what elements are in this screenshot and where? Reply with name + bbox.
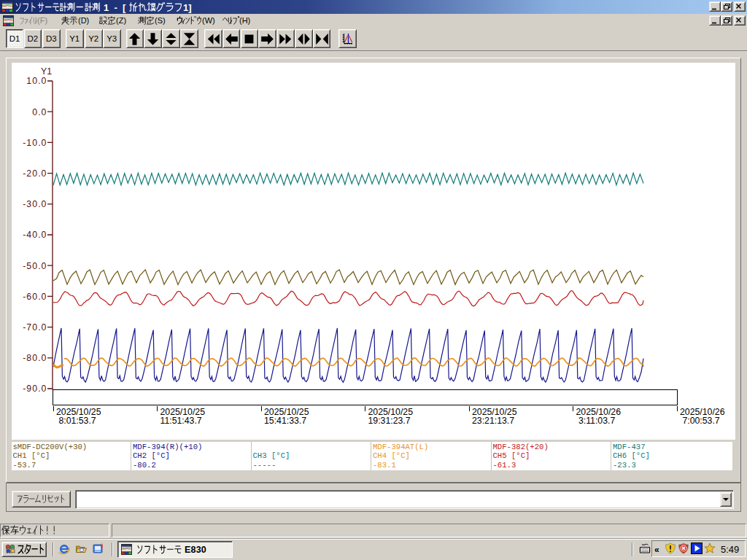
svg-text:-50.0: -50.0	[23, 261, 47, 271]
svg-text:11:51:43.7: 11:51:43.7	[160, 416, 202, 426]
svg-text:10.0: 10.0	[26, 76, 47, 86]
svg-text:-90.0: -90.0	[23, 384, 47, 394]
svg-text:-60.0: -60.0	[23, 292, 47, 302]
svg-text:-20.0: -20.0	[23, 168, 47, 179]
svg-text:-10.0: -10.0	[23, 138, 47, 148]
svg-text:-40.0: -40.0	[23, 230, 47, 240]
svg-text:0.0: 0.0	[32, 107, 47, 117]
svg-text:19:31:23.7: 19:31:23.7	[368, 416, 411, 426]
svg-text:Y1: Y1	[41, 66, 52, 77]
svg-text:-80.0: -80.0	[23, 353, 47, 363]
svg-text:-70.0: -70.0	[23, 322, 47, 332]
svg-text:7:00:53.7: 7:00:53.7	[680, 416, 720, 426]
svg-text:8:01:53.7: 8:01:53.7	[56, 416, 96, 426]
svg-text:3:11:03.7: 3:11:03.7	[576, 416, 616, 426]
svg-text:-30.0: -30.0	[23, 199, 47, 209]
svg-text:15:41:33.7: 15:41:33.7	[264, 416, 306, 426]
svg-text:23:21:13.7: 23:21:13.7	[472, 416, 514, 426]
